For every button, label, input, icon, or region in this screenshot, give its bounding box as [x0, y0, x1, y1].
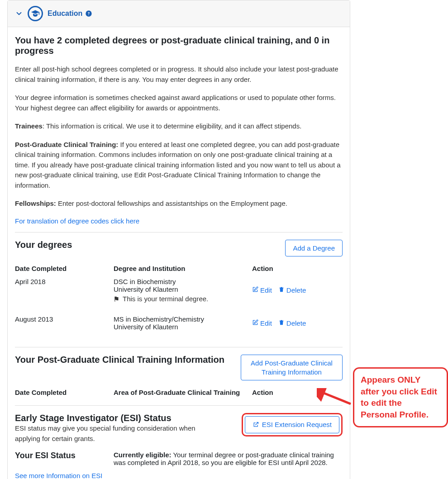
edit-icon — [252, 286, 258, 294]
degree-date: August 2013 — [15, 315, 110, 331]
delete-label: Delete — [286, 286, 306, 294]
delete-link[interactable]: Delete — [278, 278, 306, 303]
esi-eligible-label: Currently eligible: — [114, 451, 172, 459]
pgct-section-title: Your Post-Graduate Clinical Training Inf… — [15, 355, 224, 365]
trash-icon — [278, 286, 285, 294]
chevron-down-icon — [15, 9, 23, 18]
flag-icon — [114, 296, 120, 302]
intro-paragraph-2: Your degree information is sometimes che… — [15, 93, 343, 113]
institution: University of Klautern — [114, 285, 248, 293]
delete-label: Delete — [286, 319, 306, 327]
divider — [15, 232, 343, 232]
external-link-icon — [253, 421, 259, 428]
degree-codes-link[interactable]: For translation of degree codes click he… — [15, 217, 139, 225]
add-degree-button[interactable]: Add a Degree — [285, 240, 343, 257]
esi-status-title: Your ESI Status — [15, 451, 110, 466]
degree-cell: DSC in Biochemistry University of Klaute… — [114, 278, 248, 303]
svg-line-2 — [320, 392, 351, 404]
col-degree-institution: Degree and Institution — [114, 265, 248, 272]
degrees-section-title: Your degrees — [15, 240, 72, 250]
pgct-label: Post-Graduate Clinical Training: — [15, 141, 118, 148]
esi-more-info-link[interactable]: See more Information on ESI — [15, 472, 102, 479]
divider — [15, 347, 343, 347]
annotation-callout: Appears ONLY after you click Edit to edi… — [317, 367, 448, 427]
esi-status-text: Currently eligible: Your terminal degree… — [114, 451, 343, 466]
edit-link[interactable]: Edit — [252, 278, 272, 303]
fellowships-text: Enter post-doctoral fellowships and assi… — [56, 199, 287, 207]
col-date-completed: Date Completed — [15, 265, 110, 272]
arrow-icon — [317, 388, 353, 406]
fellowships-paragraph: Fellowships: Enter post-doctoral fellows… — [15, 199, 343, 209]
col-action: Action — [252, 265, 343, 272]
summary-heading: You have 2 completed degrees or post-gra… — [15, 35, 343, 56]
col-pgct-area: Area of Post-Graduate Clinical Training — [114, 389, 248, 396]
trainees-text: : This information is critical. We use i… — [43, 122, 301, 130]
col-date-completed: Date Completed — [15, 389, 110, 396]
degree-date: April 2018 — [15, 278, 110, 303]
edit-icon — [252, 319, 258, 327]
edit-label: Edit — [260, 286, 272, 294]
panel-header[interactable]: Education — [8, 0, 350, 27]
delete-link[interactable]: Delete — [278, 315, 306, 331]
esi-section-title: Early Stage Investigator (ESI) Status — [15, 413, 214, 423]
help-icon[interactable] — [85, 10, 92, 17]
pgct-paragraph: Post-Graduate Clinical Training: If you … — [15, 140, 343, 191]
divider — [15, 405, 343, 406]
fellowships-label: Fellowships: — [15, 199, 56, 207]
trainees-paragraph: Trainees: This information is critical. … — [15, 121, 343, 132]
callout-text: Appears ONLY after you click Edit to edi… — [353, 367, 448, 427]
degree-cell: MS in Biochemistry/Chemistry University … — [114, 315, 248, 331]
trainees-label: Trainees — [15, 122, 43, 130]
section-title: Education — [48, 9, 82, 18]
education-panel: Education You have 2 completed degrees o… — [7, 0, 350, 479]
intro-paragraph-1: Enter all post-high school degrees compl… — [15, 64, 343, 85]
esi-description: ESI status may give you special funding … — [15, 423, 214, 444]
edit-label: Edit — [260, 319, 272, 327]
edit-link[interactable]: Edit — [252, 315, 272, 331]
terminal-degree-note: This is your terminal degree. — [123, 295, 208, 303]
trash-icon — [278, 319, 285, 327]
institution: University of Klautern — [114, 323, 248, 331]
graduation-cap-icon — [28, 6, 43, 21]
degree-line: DSC in Biochemistry — [114, 278, 248, 285]
degree-line: MS in Biochemistry/Chemistry — [114, 315, 248, 323]
